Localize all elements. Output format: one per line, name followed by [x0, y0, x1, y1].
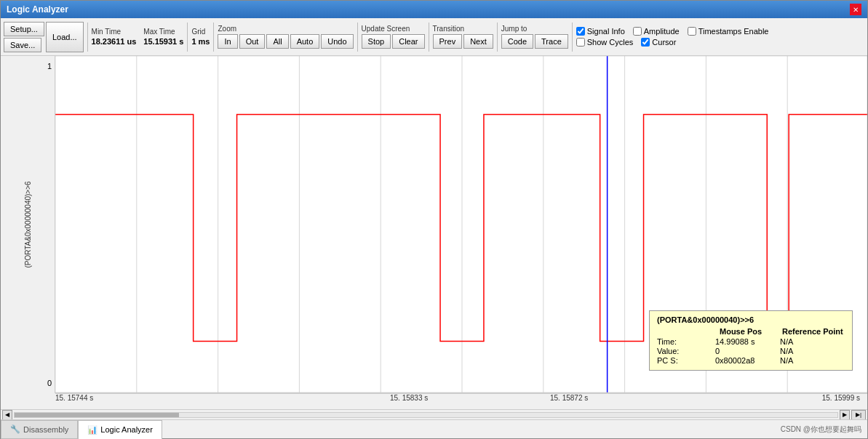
disassembly-icon: 🔧 [10, 424, 20, 434]
clear-button[interactable]: Clear [392, 34, 424, 49]
code-button[interactable]: Code [501, 34, 533, 49]
show-cycles-row: Show Cycles Cursor [576, 38, 769, 47]
tooltip-header: Mouse Pos Reference Point [657, 327, 845, 336]
trace-button[interactable]: Trace [535, 34, 568, 49]
jump-group: Jump to Code Trace [501, 25, 568, 49]
scroll-thumb [15, 413, 179, 417]
save-button[interactable]: Save... [4, 38, 41, 52]
transition-buttons: Prev Next [433, 34, 493, 49]
sep3 [213, 23, 214, 52]
cursor-checkbox[interactable] [641, 38, 650, 47]
sep5 [429, 23, 429, 52]
tooltip-time-mouse: 14.99088 s [715, 337, 780, 346]
setup-button[interactable]: Setup... [4, 22, 44, 36]
file-group: Setup... Save... [4, 22, 44, 52]
load-button[interactable]: Load... [46, 22, 84, 52]
next-button[interactable]: Next [463, 34, 493, 49]
title-bar-title: Logic Analyzer [7, 4, 68, 15]
time-label-3: 15. 15872 s [550, 394, 588, 402]
max-time-value-row: 15.15931 s [143, 37, 183, 46]
zoom-auto-button[interactable]: Auto [290, 34, 320, 49]
window-title: Logic Analyzer [7, 4, 68, 15]
tooltip-empty-col [657, 327, 720, 336]
tooltip-pc-ref: N/A [780, 356, 845, 365]
time-group: Min Time 18.23611 us [92, 28, 137, 46]
tooltip-time-label: Time: [657, 337, 715, 346]
tooltip-pc-row: PC S: 0x80002a8 N/A [657, 356, 845, 365]
y-top-label: 1 [47, 62, 52, 71]
max-time-group: Max Time 15.15931 s [143, 28, 183, 46]
grid-label: Grid [191, 28, 205, 36]
title-bar: Logic Analyzer ✕ [1, 1, 867, 18]
disassembly-label: Disassembly [23, 425, 68, 434]
update-group: Update Screen Stop Clear [362, 25, 425, 49]
logic-analyzer-label: Logic Analyzer [100, 425, 153, 434]
time-label-4: 15. 15999 s [822, 394, 860, 402]
timestamps-label: Timestamps Enable [698, 27, 769, 36]
zoom-label: Zoom [218, 25, 236, 33]
scroll-track[interactable] [14, 412, 838, 418]
stop-button[interactable]: Stop [362, 34, 391, 49]
amplitude-checkbox[interactable] [633, 27, 642, 36]
transition-label: Transition [433, 25, 465, 33]
scroll-left-button[interactable]: ◀ [2, 410, 12, 420]
sep2 [187, 23, 188, 52]
y-axis-labels: 1 0 [47, 62, 52, 387]
zoom-out-button[interactable]: Out [239, 34, 266, 49]
grid-group: Grid 1 ms [191, 28, 210, 46]
sep6 [497, 23, 498, 52]
time-axis: 15. 15744 s 15. 15833 s 15. 15872 s 15. … [55, 393, 867, 409]
scroll-right-button[interactable]: ▶ [840, 410, 850, 420]
signal-label-area: 1 0 (PORTA&0x00000040)>>6 [1, 56, 55, 393]
show-cycles-label: Show Cycles [587, 38, 634, 47]
tooltip-box: (PORTA&0x00000040)>>6 Mouse Pos Referenc… [649, 310, 853, 371]
update-label: Update Screen [362, 25, 410, 33]
tooltip-value-mouse: 0 [715, 347, 780, 355]
grid-value: 1 ms [191, 37, 210, 46]
tooltip-mouse-col: Mouse Pos [720, 327, 782, 336]
close-button[interactable]: ✕ [850, 4, 861, 15]
show-cycles-checkbox[interactable] [576, 38, 585, 47]
cursor-label: Cursor [652, 38, 676, 47]
tooltip-pc-mouse: 0x80002a8 [715, 356, 780, 365]
timestamps-checkbox[interactable] [688, 27, 696, 36]
transition-group: Transition Prev Next [433, 25, 493, 49]
toolbar: Setup... Save... Load... Min Time 18.236… [1, 18, 867, 56]
scroll-end-button[interactable]: ▶| [851, 410, 866, 420]
main-area: 1 0 (PORTA&0x00000040)>>6 [1, 56, 867, 393]
amplitude-label: Amplitude [644, 27, 680, 36]
max-time-value: 15.15931 s [143, 37, 183, 46]
sep4 [357, 23, 358, 52]
signal-info-label: Signal Info [587, 27, 625, 36]
logic-analyzer-tab[interactable]: 📊 Logic Analyzer [78, 420, 162, 439]
tooltip-value-row: Value: 0 N/A [657, 347, 845, 355]
min-time-row: Min Time [92, 28, 122, 36]
sep1 [87, 23, 88, 52]
min-time-label: Min Time [92, 28, 122, 36]
options-group: Signal Info Amplitude Timestamps Enable … [576, 27, 769, 47]
update-buttons: Stop Clear [362, 34, 425, 49]
y-bottom-label: 0 [47, 379, 52, 387]
signal-label: (PORTA&0x00000040)>>6 [24, 181, 32, 267]
chart-area[interactable]: (PORTA&0x00000040)>>6 Mouse Pos Referenc… [55, 56, 867, 393]
signal-info-checkbox[interactable] [576, 27, 585, 36]
zoom-undo-button[interactable]: Undo [321, 34, 353, 49]
tooltip-value-label: Value: [657, 347, 715, 355]
min-time-value: 18.23611 us [92, 37, 137, 46]
max-time-row: Max Time [143, 28, 175, 36]
tooltip-time-row: Time: 14.99088 s N/A [657, 337, 845, 346]
prev-button[interactable]: Prev [433, 34, 463, 49]
sep7 [572, 23, 573, 52]
jump-buttons: Code Trace [501, 34, 568, 49]
zoom-all-button[interactable]: All [266, 34, 288, 49]
min-time-value-row: 18.23611 us [92, 37, 137, 46]
jump-label: Jump to [501, 25, 527, 33]
tooltip-value-ref: N/A [780, 347, 845, 355]
logic-analyzer-icon: 📊 [87, 425, 97, 435]
signal-info-row: Signal Info Amplitude Timestamps Enable [576, 27, 769, 36]
main-window: Logic Analyzer ✕ Setup... Save... Load..… [0, 0, 868, 439]
time-label-1: 15. 15744 s [55, 394, 93, 402]
zoom-buttons: In Out All Auto Undo [218, 34, 353, 49]
zoom-in-button[interactable]: In [218, 34, 237, 49]
disassembly-tab[interactable]: 🔧 Disassembly [1, 420, 78, 439]
